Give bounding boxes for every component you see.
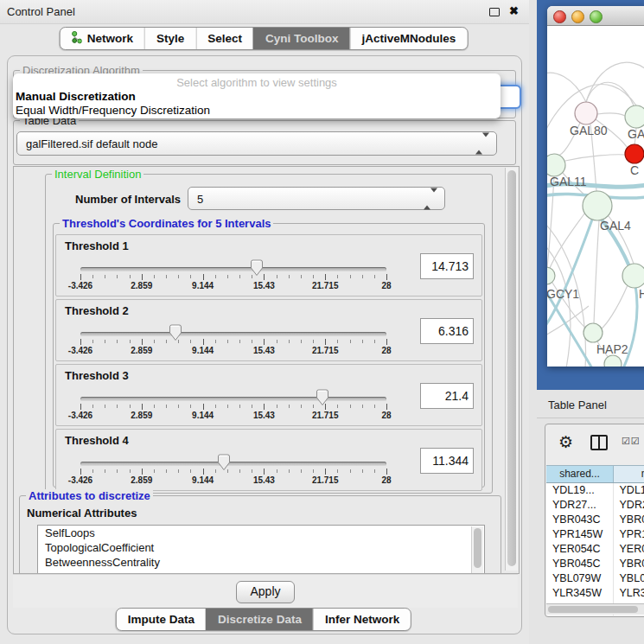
tab-cyni-toolbox[interactable]: Cyni Toolbox [253, 28, 350, 49]
tick-mark [264, 339, 265, 345]
column-header-name[interactable]: n... [614, 466, 644, 482]
tick-mark [239, 405, 240, 408]
table-row[interactable]: YBL079WYBL0 [546, 571, 644, 586]
tab-label: Cyni Toolbox [265, 32, 339, 45]
tab-label: Style [156, 32, 184, 45]
network-canvas-svg: GAL80GACGAL11GAL4GCY1HHAP2 [547, 26, 644, 367]
network-window-titlebar[interactable] [547, 6, 644, 26]
table-row[interactable]: YLR345WYLR3 [546, 586, 644, 601]
network-node[interactable] [625, 105, 644, 128]
table-row[interactable]: YBR045CYBR0 [546, 557, 644, 571]
numerical-attributes-list[interactable]: SelfLoopsTopologicalCoefficientBetweenne… [37, 525, 485, 574]
slider-track[interactable] [80, 397, 386, 401]
apply-button[interactable]: Apply [236, 581, 295, 603]
tick-mark [166, 340, 167, 343]
tab-network[interactable]: Network [61, 28, 144, 49]
threshold-title: Threshold 2 [65, 304, 129, 317]
dropdown-hint: Select algorithm to view settings [13, 76, 501, 89]
minimize-traffic-light-icon[interactable] [571, 10, 584, 23]
dropdown-option-equal-width[interactable]: Equal Width/Frequency Discretization [16, 104, 210, 117]
table-row[interactable]: YBR043CYBR0 [546, 513, 644, 527]
pane-scrollbar[interactable] [505, 168, 518, 571]
network-node[interactable] [575, 102, 597, 124]
pane-scrollbar-thumb[interactable] [507, 170, 516, 566]
gear-icon[interactable]: ⚙ [558, 432, 573, 452]
tab-label: Network [87, 32, 133, 45]
slider-handle[interactable] [169, 324, 182, 341]
tab-select[interactable]: Select [195, 28, 253, 49]
tick-label: 21.715 [312, 475, 339, 485]
tick-mark [374, 275, 375, 278]
tick-mark [142, 274, 143, 280]
tab-infer-network[interactable]: Infer Network [313, 609, 411, 630]
divider [537, 418, 644, 418]
node-label: C [630, 163, 639, 177]
network-node[interactable] [547, 267, 555, 284]
node-label: H [639, 287, 644, 301]
threshold-value-field[interactable]: 21.4 [420, 383, 474, 409]
table-row[interactable]: YER054CYER0 [546, 542, 644, 557]
attribute-item[interactable]: BetweennessCentrality [38, 555, 484, 570]
tick-mark [105, 405, 105, 408]
close-icon[interactable]: ✖ [509, 4, 519, 17]
table-data-combo[interactable]: galFiltered.sif default node [16, 131, 497, 156]
tick-mark [289, 340, 290, 343]
float-window-icon[interactable] [489, 8, 500, 16]
list-scrollbar[interactable] [471, 526, 483, 574]
number-of-intervals-value: 5 [197, 192, 203, 205]
tick-label: 9.144 [192, 346, 214, 355]
network-node[interactable] [547, 154, 565, 176]
slider-track[interactable] [80, 267, 386, 271]
table-hscrollbar[interactable] [546, 603, 644, 615]
threshold-value-field[interactable]: 11.344 [420, 448, 474, 474]
network-node[interactable] [583, 191, 612, 220]
close-traffic-light-icon[interactable] [553, 10, 566, 23]
bottom-tab-strip: Impute DataDiscretize DataInfer Network [116, 608, 411, 631]
threshold-value-field[interactable]: 14.713 [420, 253, 474, 279]
slider-track[interactable] [80, 332, 386, 336]
table-row[interactable]: YDR27...YDR2 [546, 498, 644, 513]
table-hscrollbar-thumb[interactable] [548, 606, 638, 613]
number-of-intervals-combo[interactable]: 5 [188, 187, 445, 210]
network-edge [597, 113, 625, 116]
tick-mark [337, 469, 338, 473]
node-label: GCY1 [547, 287, 579, 301]
tick-mark [350, 405, 351, 408]
column-checkbox-icons[interactable]: ☑☑ [622, 436, 641, 447]
split-columns-icon[interactable] [590, 435, 608, 450]
tab-label: Discretize Data [218, 613, 302, 626]
tick-mark [92, 405, 93, 408]
tab-impute-data[interactable]: Impute Data [117, 609, 206, 630]
tab-discretize-data[interactable]: Discretize Data [206, 609, 313, 630]
table-row[interactable]: YDL19...YDL1 [546, 483, 644, 498]
dropdown-option-manual[interactable]: Manual Discretization [16, 90, 136, 103]
attribute-item[interactable]: TopologicalCoefficient [38, 540, 484, 555]
zoom-traffic-light-icon[interactable] [590, 10, 603, 23]
network-node[interactable] [604, 355, 622, 367]
column-header-shared[interactable]: shared... [546, 466, 614, 482]
tick-mark [190, 340, 191, 343]
tab-jactivemnodules[interactable]: jActiveMNodules [350, 28, 468, 49]
tick-mark [252, 405, 252, 408]
tab-style[interactable]: Style [144, 28, 195, 49]
tick-mark [178, 469, 179, 473]
tick-mark [178, 405, 179, 408]
tick-mark [215, 405, 216, 408]
cyni-toolbox-panel: Discretization Algorithm Select algorith… [7, 55, 522, 634]
network-node[interactable] [625, 144, 644, 163]
slider-handle[interactable] [316, 389, 329, 406]
list-scrollbar-thumb[interactable] [474, 528, 481, 568]
slider-track[interactable] [80, 462, 386, 466]
slider-handle[interactable] [217, 454, 231, 471]
tick-mark [386, 404, 387, 410]
slider-handle[interactable] [250, 259, 264, 277]
threshold-value-field[interactable]: 6.316 [420, 318, 474, 344]
attribute-item[interactable]: SelfLoops [38, 526, 484, 540]
threshold-title: Threshold 1 [65, 239, 129, 252]
network-canvas[interactable]: GAL80GACGAL11GAL4GCY1HHAP2 [547, 26, 644, 367]
table-row[interactable]: YPR145WYPR1 [546, 527, 644, 542]
network-node[interactable] [583, 323, 603, 342]
tick-mark [117, 405, 118, 408]
tick-label: 2.859 [131, 475, 152, 485]
network-node[interactable] [622, 264, 644, 288]
